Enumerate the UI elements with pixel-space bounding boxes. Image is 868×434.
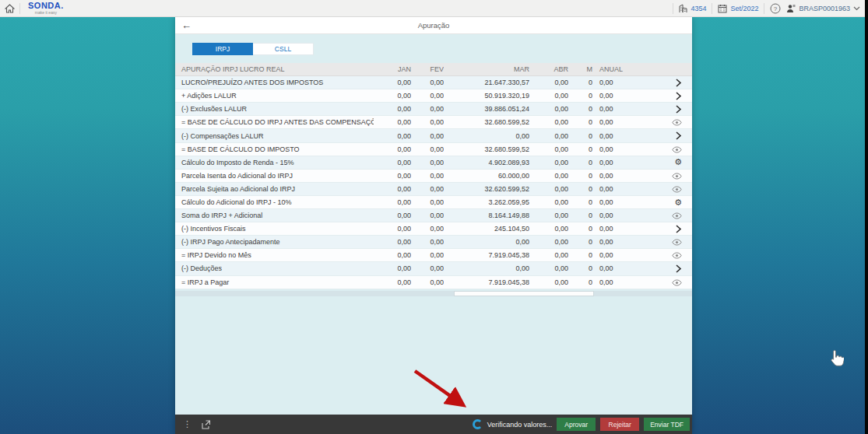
cell-fev: 0,00 bbox=[411, 159, 444, 166]
kebab-menu-button[interactable]: ⋮ bbox=[183, 419, 192, 429]
cell-fev: 0,00 bbox=[411, 118, 444, 126]
brand-logo: SONDA. make it easy bbox=[28, 2, 64, 15]
page-title: Apuração bbox=[175, 21, 692, 30]
cell-abr: 0,00 bbox=[529, 145, 568, 153]
divider bbox=[673, 3, 673, 14]
table-row[interactable]: = BASE DE CÁLCULO DO IRPJ ANTES DAS COMP… bbox=[175, 116, 692, 129]
cell-jan: 0,00 bbox=[374, 264, 411, 272]
cell-abr: 0,00 bbox=[529, 79, 568, 86]
cell-mar: 0,00 bbox=[444, 238, 529, 246]
cell-anual: 0,00 bbox=[592, 145, 631, 153]
table-row[interactable]: (-) Compensações LALUR0,000,000,000,0000… bbox=[175, 129, 692, 142]
cell-anual: 0,00 bbox=[592, 185, 631, 193]
cell-abr: 0,00 bbox=[529, 132, 568, 140]
user-id: BRASP0001963 bbox=[799, 5, 850, 12]
cell-jan: 0,00 bbox=[374, 185, 411, 193]
tab-irpj[interactable]: IRPJ bbox=[192, 43, 253, 55]
period-selector[interactable]: Set/2022 bbox=[718, 4, 758, 13]
chevron-right-icon[interactable] bbox=[675, 131, 682, 140]
table-row[interactable]: = IRPJ a Pagar0,000,007.919.045,380,0000… bbox=[175, 276, 692, 289]
table-row[interactable]: LUCRO/PREJUÍZO ANTES DOS IMPOSTOS0,000,0… bbox=[175, 76, 692, 89]
table-row[interactable]: = IRPJ Devido no Mês0,000,007.919.045,38… bbox=[175, 249, 692, 262]
cell-jan: 0,00 bbox=[374, 172, 411, 180]
table-row[interactable]: Parcela Sujeita ao Adicional do IRPJ0,00… bbox=[175, 183, 692, 196]
table-row[interactable]: (-) IRPJ Pago Antecipadamente0,000,000,0… bbox=[175, 236, 692, 249]
cell-label: Cálculo do Adicional do IRPJ - 10% bbox=[175, 198, 374, 206]
mouse-cursor bbox=[830, 349, 844, 369]
cell-mar: 32.680.599,52 bbox=[444, 118, 529, 126]
tab-csll[interactable]: CSLL bbox=[253, 43, 314, 55]
scroll-thumb[interactable] bbox=[454, 291, 594, 296]
user-menu[interactable]: BRASP0001963 bbox=[786, 4, 860, 13]
screen: SONDA. make it easy 4354 Set/2022 ? bbox=[0, 0, 868, 434]
cell-mar: 50.919.320,19 bbox=[444, 92, 529, 100]
eye-icon[interactable] bbox=[672, 212, 682, 219]
gear-icon[interactable]: ⚙ bbox=[674, 198, 682, 207]
table-row[interactable]: Cálculo do Imposto de Renda - 15%0,000,0… bbox=[175, 156, 692, 170]
cell-mai: 0 bbox=[568, 185, 592, 193]
cell-anual: 0,00 bbox=[592, 172, 631, 180]
cell-label: Parcela Sujeita ao Adicional do IRPJ bbox=[175, 185, 374, 193]
cell-anual: 0,00 bbox=[592, 251, 631, 259]
reject-button[interactable]: Rejeitar bbox=[600, 418, 639, 431]
cell-fev: 0,00 bbox=[411, 278, 444, 286]
table-row[interactable]: Soma do IRPJ + Adicional0,000,008.164.14… bbox=[175, 209, 692, 222]
back-button[interactable]: ← bbox=[181, 19, 192, 31]
screen-edge-strip bbox=[865, 0, 868, 434]
help-button[interactable]: ? bbox=[770, 3, 781, 14]
divider bbox=[19, 3, 20, 14]
cell-mai: 0 bbox=[568, 132, 592, 140]
cell-mar: 7.919.045,38 bbox=[444, 278, 529, 286]
cell-label: = IRPJ a Pagar bbox=[175, 278, 374, 286]
table-row[interactable]: = BASE DE CÁLCULO DO IMPOSTO0,000,0032.6… bbox=[175, 143, 692, 156]
table-row[interactable]: Parcela Isenta do Adicional do IRPJ0,000… bbox=[175, 170, 692, 183]
cell-anual: 0,00 bbox=[592, 79, 631, 86]
chevron-right-icon[interactable] bbox=[675, 79, 682, 87]
table-row[interactable]: (-) Incentivos Fiscais0,000,00245.104,50… bbox=[175, 222, 692, 236]
table-row[interactable]: (-) Exclusões LALUR0,000,0039.886.051,24… bbox=[175, 103, 692, 116]
eye-icon[interactable] bbox=[672, 239, 682, 246]
eye-icon[interactable] bbox=[672, 252, 682, 259]
cell-fev: 0,00 bbox=[411, 212, 444, 219]
eye-icon[interactable] bbox=[672, 186, 682, 193]
cell-mar: 0,00 bbox=[444, 132, 529, 140]
share-icon[interactable] bbox=[201, 420, 211, 429]
eye-icon[interactable] bbox=[672, 173, 682, 180]
cell-jan: 0,00 bbox=[374, 105, 411, 113]
panel-header: ← Apuração bbox=[175, 17, 692, 34]
column-header-mar: MAR bbox=[444, 65, 529, 73]
table-row[interactable]: Cálculo do Adicional do IRPJ - 10%0,000,… bbox=[175, 196, 692, 209]
table-row[interactable]: (-) Deduções0,000,000,000,0000,00 bbox=[175, 262, 692, 275]
table-header: APURAÇÃO IRPJ LUCRO REALJANFEVMARABRMANU… bbox=[175, 63, 692, 76]
chevron-right-icon[interactable] bbox=[675, 264, 682, 273]
org-selector[interactable]: 4354 bbox=[679, 4, 706, 13]
cell-mai: 0 bbox=[568, 198, 592, 206]
row-action: ⚙ bbox=[631, 198, 692, 206]
eye-icon[interactable] bbox=[672, 119, 682, 126]
table-row[interactable]: + Adições LALUR0,000,0050.919.320,190,00… bbox=[175, 89, 692, 103]
row-action bbox=[631, 251, 692, 259]
gear-icon[interactable]: ⚙ bbox=[674, 158, 682, 166]
cell-label: (-) IRPJ Pago Antecipadamente bbox=[175, 238, 374, 246]
cell-label: Parcela Isenta do Adicional do IRPJ bbox=[175, 172, 374, 180]
cell-fev: 0,00 bbox=[411, 264, 444, 272]
divider bbox=[764, 3, 764, 14]
cell-abr: 0,00 bbox=[529, 92, 568, 100]
cell-jan: 0,00 bbox=[374, 132, 411, 140]
approve-button[interactable]: Aprovar bbox=[557, 418, 596, 431]
cell-abr: 0,00 bbox=[529, 251, 568, 259]
send-tdf-button[interactable]: Enviar TDF bbox=[644, 418, 690, 431]
eye-icon[interactable] bbox=[672, 146, 682, 153]
cell-abr: 0,00 bbox=[529, 198, 568, 206]
cell-mar: 32.680.599,52 bbox=[444, 145, 529, 153]
cell-anual: 0,00 bbox=[592, 264, 631, 272]
home-icon[interactable] bbox=[5, 4, 15, 13]
cell-abr: 0,00 bbox=[529, 264, 568, 272]
chevron-right-icon[interactable] bbox=[675, 225, 682, 233]
chevron-right-icon[interactable] bbox=[675, 105, 682, 114]
column-header-jan: JAN bbox=[374, 65, 411, 73]
chevron-right-icon[interactable] bbox=[675, 92, 682, 100]
eye-icon[interactable] bbox=[672, 279, 682, 286]
cell-anual: 0,00 bbox=[592, 238, 631, 246]
row-action bbox=[631, 145, 692, 153]
